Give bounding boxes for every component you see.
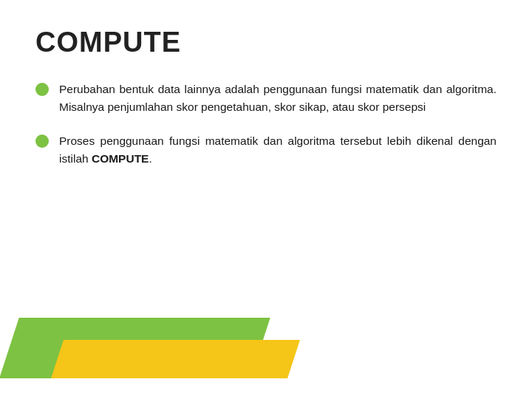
list-item: Proses penggunaan fungsi matematik dan a… <box>35 132 497 168</box>
white-line <box>0 378 532 399</box>
bullet-text-1: Perubahan bentuk data lainnya adalah pen… <box>59 81 497 116</box>
slide-content: COMPUTE Perubahan bentuk data lainnya ad… <box>0 0 532 199</box>
bullet-dot-icon <box>35 83 49 96</box>
slide-title: COMPUTE <box>35 27 497 58</box>
decorative-bottom <box>0 318 532 399</box>
bullet-dot-icon <box>35 134 49 148</box>
bullet-text-2: Proses penggunaan fungsi matematik dan a… <box>59 132 497 168</box>
slide: COMPUTE Perubahan bentuk data lainnya ad… <box>0 0 532 399</box>
bullet-list: Perubahan bentuk data lainnya adalah pen… <box>35 81 497 168</box>
list-item: Perubahan bentuk data lainnya adalah pen… <box>35 81 497 116</box>
